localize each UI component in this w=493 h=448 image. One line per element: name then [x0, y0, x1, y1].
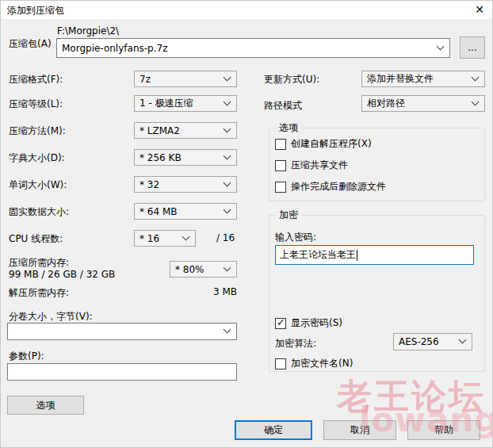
- encryption-group-title: 加密: [276, 209, 301, 222]
- password-label: 输入密码:: [275, 231, 316, 244]
- add-to-archive-dialog: 添加到压缩包 ✕ 压缩包(A) F:\Morgpie\2\ Morgpie-on…: [0, 0, 493, 448]
- text-caret: [357, 250, 357, 261]
- encrypt-names-label: 加密文件名(N): [291, 357, 353, 370]
- volume-size-label: 分卷大小，字节(V):: [9, 310, 93, 324]
- ok-button[interactable]: 确定: [235, 420, 312, 440]
- cancel-button[interactable]: 取消: [323, 420, 396, 440]
- word-size-combobox[interactable]: * 32: [134, 176, 237, 193]
- memory-percent-value: * 80%: [175, 264, 204, 275]
- chevron-down-icon[interactable]: [224, 124, 231, 132]
- memory-compress-label: 压缩所需内存:: [9, 256, 69, 270]
- chevron-down-icon[interactable]: [437, 42, 445, 50]
- archive-label: 压缩包(A): [9, 37, 52, 51]
- archive-name-value: Morgpie-onlyfans-p.7z: [62, 43, 167, 54]
- solid-block-combobox[interactable]: * 64 MB: [134, 203, 237, 220]
- chevron-down-icon[interactable]: [224, 98, 231, 105]
- chevron-down-icon[interactable]: [224, 178, 231, 186]
- options-group-title: 选项: [276, 121, 301, 135]
- show-password-checkbox[interactable]: [275, 318, 286, 329]
- options-button[interactable]: 选项: [7, 396, 84, 415]
- dictionary-value: * 256 KB: [139, 152, 182, 163]
- level-label: 压缩等级(L):: [9, 98, 63, 111]
- format-label: 压缩格式(F):: [9, 73, 63, 86]
- word-size-value: * 32: [139, 179, 159, 190]
- dictionary-combobox[interactable]: * 256 KB: [134, 149, 237, 166]
- delete-after-checkbox-row[interactable]: 操作完成后删除源文件: [275, 180, 386, 193]
- dictionary-label: 字典大小(D):: [9, 151, 65, 165]
- update-mode-combobox[interactable]: 添加并替换文件: [361, 71, 485, 87]
- memory-compress-detail: 99 MB / 26 GB / 32 GB: [9, 269, 115, 280]
- level-value: 1 - 极速压缩: [139, 97, 193, 110]
- format-value: 7z: [139, 74, 151, 85]
- volume-size-combobox[interactable]: [7, 323, 237, 340]
- chevron-down-icon[interactable]: [224, 263, 231, 271]
- solid-block-value: * 64 MB: [139, 206, 177, 217]
- method-combobox[interactable]: * LZMA2: [134, 122, 237, 139]
- memory-decompress-label: 解压所需内存:: [9, 286, 69, 300]
- path-mode-combobox[interactable]: 相对路径: [361, 95, 485, 112]
- shared-files-checkbox[interactable]: [275, 160, 286, 171]
- watermark-text: 老王论坛: [337, 373, 486, 420]
- memory-percent-combobox[interactable]: * 80%: [170, 261, 237, 278]
- title-bar: 添加到压缩包 ✕: [1, 1, 492, 19]
- encrypt-names-checkbox[interactable]: [275, 358, 286, 370]
- chevron-down-icon[interactable]: [459, 336, 467, 344]
- archive-name-combobox[interactable]: Morgpie-onlyfans-p.7z: [56, 38, 450, 58]
- format-combobox[interactable]: 7z: [134, 71, 237, 87]
- chevron-down-icon[interactable]: [224, 151, 231, 159]
- chevron-down-icon[interactable]: [224, 205, 231, 213]
- level-combobox[interactable]: 1 - 极速压缩: [134, 95, 237, 112]
- encryption-method-value: AES-256: [399, 336, 439, 347]
- word-size-label: 单词大小(W):: [9, 178, 67, 192]
- parameters-input[interactable]: [7, 363, 237, 381]
- shared-files-checkbox-label: 压缩共享文件: [291, 159, 348, 172]
- encryption-method-label: 加密算法:: [275, 337, 316, 350]
- delete-after-checkbox-label: 操作完成后删除源文件: [291, 180, 386, 193]
- update-mode-label: 更新方式(U):: [264, 73, 319, 86]
- encrypt-names-checkbox-row[interactable]: 加密文件名(N): [275, 357, 353, 370]
- path-mode-value: 相对路径: [367, 97, 405, 110]
- password-input[interactable]: 上老王论坛当老王: [275, 245, 474, 265]
- show-password-checkbox-row[interactable]: 显示密码(S): [275, 316, 342, 330]
- chevron-down-icon[interactable]: [224, 326, 231, 334]
- cpu-threads-value: * 16: [139, 233, 159, 244]
- update-mode-value: 添加并替换文件: [367, 72, 434, 86]
- archive-path: F:\Morgpie\2\: [57, 25, 119, 36]
- browse-button[interactable]: ...: [460, 36, 485, 59]
- chevron-down-icon[interactable]: [182, 232, 190, 240]
- dialog-title: 添加到压缩包: [7, 4, 64, 17]
- method-value: * LZMA2: [139, 125, 180, 136]
- chevron-down-icon[interactable]: [472, 73, 480, 81]
- parameters-label: 参数(P):: [9, 350, 44, 363]
- shared-files-checkbox-row[interactable]: 压缩共享文件: [275, 159, 348, 172]
- help-button[interactable]: 帮助: [407, 420, 480, 440]
- sfx-checkbox[interactable]: [275, 139, 286, 150]
- encryption-method-combobox[interactable]: AES-256: [393, 333, 472, 350]
- show-password-label: 显示密码(S): [291, 316, 342, 330]
- memory-decompress-value: 3 MB: [213, 286, 237, 297]
- cpu-threads-max: / 16: [216, 232, 235, 243]
- cpu-threads-combobox[interactable]: * 16: [134, 230, 196, 247]
- sfx-checkbox-label: 创建自解压程序(X): [291, 137, 372, 151]
- path-mode-label: 路径模式: [264, 99, 302, 113]
- chevron-down-icon[interactable]: [472, 98, 480, 105]
- method-label: 压缩方法(M):: [9, 124, 66, 138]
- cpu-threads-label: CPU 线程数:: [9, 232, 63, 246]
- chevron-down-icon[interactable]: [224, 73, 231, 81]
- sfx-checkbox-row[interactable]: 创建自解压程序(X): [275, 137, 372, 151]
- password-value: 上老王论坛当老王: [280, 248, 356, 262]
- solid-block-label: 固实数据大小:: [9, 205, 69, 219]
- close-icon[interactable]: ✕: [468, 1, 491, 18]
- delete-after-checkbox[interactable]: [275, 182, 286, 193]
